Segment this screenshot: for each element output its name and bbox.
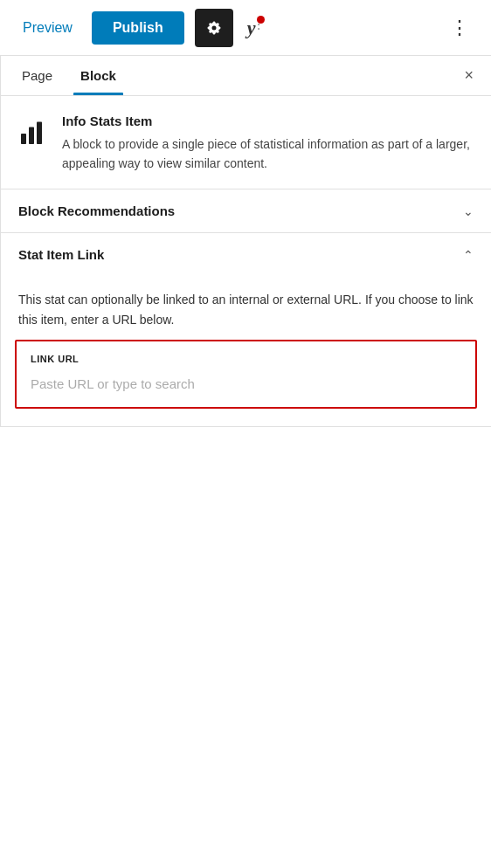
settings-button[interactable] (195, 9, 233, 47)
block-icon (18, 115, 50, 153)
block-info-section: Info Stats Item A block to provide a sin… (1, 96, 491, 189)
chevron-down-icon: ⌄ (463, 204, 474, 218)
stat-item-link-heading: Stat Item Link (18, 247, 104, 262)
stat-item-link-toggle[interactable]: Stat Item Link ⌃ (1, 233, 491, 276)
tab-page[interactable]: Page (15, 56, 59, 95)
link-url-field: LINK URL (15, 340, 477, 409)
stat-item-link-description: This stat can optionally be linked to an… (1, 276, 491, 340)
block-recommendations-toggle[interactable]: Block Recommendations ⌄ (1, 189, 491, 232)
stat-item-link-section: Stat Item Link ⌃ This stat can optionall… (1, 233, 491, 427)
link-url-input[interactable] (31, 373, 461, 395)
more-options-button[interactable]: ⋮ (443, 13, 477, 43)
yoast-button[interactable]: y : (244, 13, 265, 43)
gear-icon (205, 19, 223, 37)
tab-block[interactable]: Block (73, 56, 123, 95)
block-description: A block to provide a single piece of sta… (62, 135, 474, 173)
svg-rect-0 (21, 134, 26, 144)
preview-button[interactable]: Preview (14, 15, 81, 41)
link-url-label: LINK URL (31, 354, 461, 364)
yoast-notification-dot (257, 16, 265, 24)
yoast-icon: y (247, 17, 256, 39)
sidebar-panel: Page Block × Info Stats Item A block to … (0, 56, 491, 427)
block-recommendations-section: Block Recommendations ⌄ (1, 189, 491, 233)
close-sidebar-button[interactable]: × (460, 63, 477, 88)
svg-rect-1 (29, 127, 34, 145)
svg-rect-2 (37, 122, 42, 145)
block-recommendations-heading: Block Recommendations (18, 203, 175, 218)
sidebar-tabs: Page Block × (1, 56, 491, 96)
block-info-content: Info Stats Item A block to provide a sin… (62, 114, 474, 173)
publish-button[interactable]: Publish (92, 11, 184, 45)
block-title: Info Stats Item (62, 114, 474, 128)
chevron-up-icon: ⌃ (463, 248, 474, 262)
toolbar: Preview Publish y : ⋮ (0, 0, 491, 56)
